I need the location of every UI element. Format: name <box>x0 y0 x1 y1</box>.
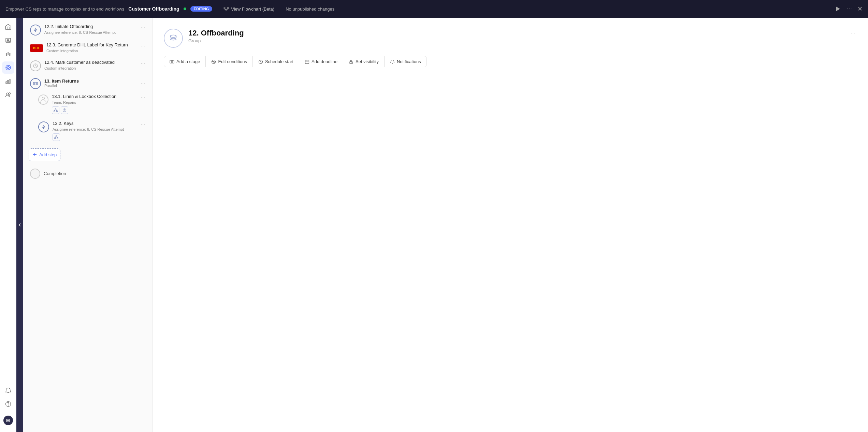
svg-rect-19 <box>8 80 9 84</box>
topbar-actions: ··· ✕ <box>833 4 863 14</box>
nav-item-inbox[interactable] <box>2 34 14 46</box>
user-icon <box>39 95 48 104</box>
step-content-13-2: 13.2. Keys Assignee reference: 8. CS Res… <box>53 121 136 141</box>
step-icon-12-3-dhl: DHL <box>30 44 43 52</box>
step-more-12-3[interactable]: ··· <box>139 42 147 49</box>
step-subtitle-13: Parallel <box>44 84 79 88</box>
calendar-icon <box>305 59 309 64</box>
group-title: 12. Offboarding <box>188 29 844 38</box>
view-flowchart-button[interactable]: View Flowchart (Beta) <box>223 6 274 12</box>
step-item-13-1[interactable]: 13.1. Linen & Lockbox Collection Team: R… <box>31 90 153 117</box>
svg-point-40 <box>56 135 57 137</box>
step-subtitle-12-4: Custom integration <box>44 66 136 70</box>
play-button[interactable] <box>833 4 843 14</box>
add-stage-button[interactable]: Add a stage <box>164 56 206 67</box>
nav-item-chart[interactable] <box>2 75 14 87</box>
nav-item-home[interactable] <box>2 20 14 33</box>
svg-rect-49 <box>172 60 174 63</box>
svg-line-39 <box>64 110 65 111</box>
step-icon-13 <box>30 78 41 89</box>
step-more-12-2[interactable]: ··· <box>139 24 147 31</box>
svg-rect-29 <box>35 82 36 85</box>
step-subtitle-12-3: Custom integration <box>46 49 136 53</box>
layers-icon <box>5 51 11 57</box>
step-item-13-2[interactable]: 13.2. Keys Assignee reference: 8. CS Res… <box>31 117 153 144</box>
schedule-start-button[interactable]: Schedule start <box>253 56 299 67</box>
notifications-button[interactable]: Notifications <box>385 56 426 67</box>
group-type: Group <box>188 38 844 43</box>
svg-point-21 <box>6 93 9 95</box>
group-more-button[interactable]: ··· <box>849 29 857 37</box>
svg-point-53 <box>214 62 215 63</box>
chart-icon <box>5 78 11 84</box>
step-title-12-4: 12.4. Mark customer as deactivated <box>44 60 136 66</box>
lock-icon <box>349 59 353 64</box>
svg-rect-30 <box>37 82 38 85</box>
set-visibility-button[interactable]: Set visibility <box>343 56 385 67</box>
nav-item-workflow[interactable] <box>2 61 14 74</box>
completion-circle <box>30 169 40 179</box>
svg-line-44 <box>56 137 58 138</box>
set-visibility-label: Set visibility <box>356 59 379 64</box>
content-area: 12. Offboarding Group ··· Add a stage <box>153 18 868 432</box>
step-item-12-4[interactable]: 12.4. Mark customer as deactivated Custo… <box>23 56 153 75</box>
group-header: 12. Offboarding Group ··· <box>164 29 857 48</box>
svg-point-63 <box>351 62 351 63</box>
topbar-workflow-name: Customer Offboarding <box>128 6 179 12</box>
svg-point-52 <box>213 61 214 62</box>
panel-collapse-button[interactable] <box>16 18 23 432</box>
completion-item[interactable]: Completion <box>23 165 153 182</box>
user-avatar[interactable]: M <box>3 416 13 425</box>
step-title-12-3: 12.3. Generate DHL Label for Key Return <box>46 42 136 48</box>
nav-item-help[interactable] <box>2 398 14 410</box>
nav-item-users[interactable] <box>2 89 14 101</box>
svg-point-22 <box>9 93 10 95</box>
unpublished-status: No unpublished changes <box>286 6 334 12</box>
svg-rect-28 <box>33 82 34 85</box>
svg-line-43 <box>55 137 56 138</box>
step-content-12-3: 12.3. Generate DHL Label for Key Return … <box>46 42 136 53</box>
users-icon <box>5 92 11 98</box>
svg-point-33 <box>54 111 55 112</box>
svg-point-13 <box>7 67 9 69</box>
svg-marker-7 <box>836 6 840 11</box>
step-item-13[interactable]: 13. Item Returns Parallel ··· <box>23 75 153 90</box>
step-title-13-2: 13.2. Keys <box>53 121 136 127</box>
main-layout: M 12.2. Initiate Offboarding Assignee re… <box>0 18 868 432</box>
topbar-divider-2 <box>280 5 280 13</box>
add-step-button[interactable]: Add step <box>29 148 60 161</box>
topbar-more-button[interactable]: ··· <box>847 6 853 12</box>
svg-rect-58 <box>305 60 309 63</box>
edit-conditions-label: Edit conditions <box>218 59 247 64</box>
step-more-13-2[interactable]: ··· <box>139 121 147 128</box>
svg-point-41 <box>54 138 56 139</box>
step-panel: 12.2. Initiate Offboarding Assignee refe… <box>23 18 153 432</box>
step-title-12-2: 12.2. Initiate Offboarding <box>44 24 136 30</box>
step-more-13-1[interactable]: ··· <box>139 94 147 101</box>
svg-line-54 <box>214 61 214 62</box>
nav-item-bell[interactable] <box>2 384 14 397</box>
step-subtitle-13-2: Assignee reference: 8. CS Rescue Attempt <box>53 127 136 131</box>
flowchart-icon <box>223 6 229 12</box>
edit-conditions-button[interactable]: Edit conditions <box>206 56 253 67</box>
notifications-label: Notifications <box>397 59 421 64</box>
step-content-12-4: 12.4. Mark customer as deactivated Custo… <box>44 60 136 70</box>
step-item-12-2[interactable]: 12.2. Initiate Offboarding Assignee refe… <box>23 20 153 39</box>
topbar-editing-badge: EDITING <box>190 6 213 12</box>
step-more-13[interactable]: ··· <box>139 80 147 87</box>
step-icon-13-1 <box>38 95 48 105</box>
network-icon <box>54 108 58 112</box>
step-item-12-3[interactable]: DHL 12.3. Generate DHL Label for Key Ret… <box>23 39 153 56</box>
step-title-13-1: 13.1. Linen & Lockbox Collection <box>52 94 136 100</box>
svg-point-24 <box>8 405 9 406</box>
play-icon <box>836 6 840 11</box>
step-more-12-4[interactable]: ··· <box>139 60 147 67</box>
svg-rect-18 <box>6 82 7 84</box>
svg-rect-20 <box>9 79 10 84</box>
step-icon-12-2 <box>30 25 41 35</box>
topbar-divider-1 <box>218 5 218 13</box>
add-deadline-label: Add deadline <box>312 59 337 64</box>
nav-item-layers[interactable] <box>2 48 14 60</box>
add-deadline-button[interactable]: Add deadline <box>299 56 343 67</box>
topbar-close-button[interactable]: ✕ <box>857 5 863 13</box>
